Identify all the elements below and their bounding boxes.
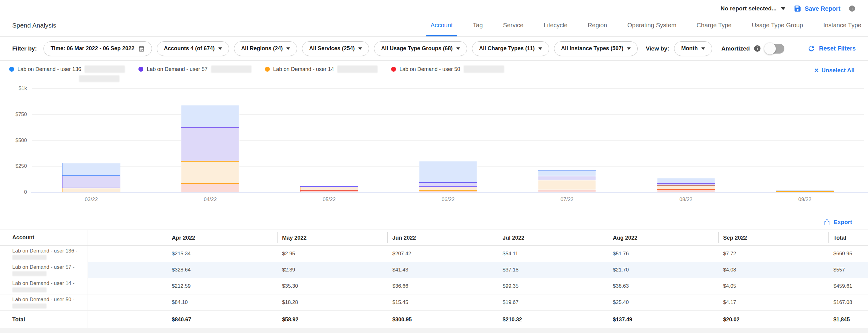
- bar-segment-lab-on-demand-user-136[interactable]: [419, 161, 477, 182]
- column-header: May 2022: [277, 230, 388, 245]
- y-axis-tick-label: 0: [2, 189, 27, 195]
- bar-segment-lab-on-demand-user-136[interactable]: [300, 186, 358, 187]
- services-filter-pill[interactable]: All Services (254): [302, 41, 369, 56]
- column-header: Jul 2022: [498, 230, 608, 245]
- table-toolbar: Export: [0, 215, 868, 230]
- legend-item[interactable]: Lab on Demand - user 136: [9, 66, 125, 82]
- bar-segment-lab-on-demand-user-136[interactable]: [62, 163, 120, 176]
- tab-service[interactable]: Service: [493, 14, 533, 36]
- bar-segment-lab-on-demand-user-14[interactable]: [300, 187, 358, 190]
- close-icon: ✕: [814, 67, 819, 74]
- tab-region[interactable]: Region: [578, 14, 617, 36]
- tab-charge-type[interactable]: Charge Type: [686, 14, 742, 36]
- bar-segment-lab-on-demand-user-14[interactable]: [181, 161, 239, 183]
- bar-segment-lab-on-demand-user-136[interactable]: [776, 190, 834, 191]
- unselect-all-label: Unselect All: [822, 67, 855, 74]
- column-header: Sep 2022: [718, 230, 829, 245]
- total-label-cell: Total: [0, 311, 88, 328]
- account-cell: Lab on Demand - user 57 -: [0, 262, 88, 278]
- bar-segment-lab-on-demand-user-57[interactable]: [657, 183, 715, 186]
- redacted-text: [85, 66, 125, 73]
- tab-operating-system[interactable]: Operating System: [617, 14, 686, 36]
- info-icon[interactable]: [753, 45, 761, 52]
- tab-instance-type[interactable]: Instance Type: [813, 14, 868, 36]
- total-value-cell: $58.92: [277, 311, 388, 328]
- spend-value-cell: $215.34: [167, 246, 277, 262]
- bar-segment-lab-on-demand-user-136[interactable]: [538, 170, 596, 176]
- amortized-toggle[interactable]: [765, 44, 784, 54]
- time-filter-pill[interactable]: Time: 06 Mar 2022 - 06 Sep 2022: [43, 41, 152, 56]
- export-label: Export: [834, 219, 852, 226]
- tab-tag[interactable]: Tag: [463, 14, 493, 36]
- bar-segment-lab-on-demand-user-57[interactable]: [181, 127, 239, 161]
- unselect-all-button[interactable]: ✕ Unselect All: [814, 67, 855, 74]
- bar-segment-lab-on-demand-user-14[interactable]: [538, 180, 596, 190]
- regions-filter-pill[interactable]: All Regions (24): [234, 41, 297, 56]
- spend-value-cell: $25.40: [608, 294, 718, 310]
- spend-table: AccountApr 2022May 2022Jun 2022Jul 2022A…: [0, 230, 868, 328]
- y-axis-tick-label: $750: [2, 111, 27, 118]
- column-header-label: Sep 2022: [718, 232, 829, 243]
- total-value-cell: $137.49: [608, 311, 718, 328]
- row-spacer: [88, 246, 167, 262]
- save-report-button[interactable]: Save Report: [794, 5, 840, 12]
- chart-legend: Lab on Demand - user 136 Lab on Demand -…: [0, 61, 868, 82]
- amortized-label: Amortized: [721, 45, 750, 52]
- legend-item[interactable]: Lab on Demand - user 14: [265, 66, 378, 73]
- bar-segment-lab-on-demand-user-14[interactable]: [657, 186, 715, 190]
- tab-account[interactable]: Account: [421, 14, 463, 36]
- total-value-cell: $300.95: [388, 311, 498, 328]
- y-axis-tick-label: $1k: [2, 86, 27, 92]
- redacted-text: [12, 255, 46, 260]
- usage-type-groups-filter-pill[interactable]: All Usage Type Groups (68): [374, 41, 467, 56]
- chart-gridline: [32, 140, 864, 141]
- page-title: Spend Analysis: [12, 22, 56, 29]
- view-by-dropdown[interactable]: Month: [674, 41, 712, 56]
- chevron-down-icon: [702, 47, 705, 50]
- chevron-down-icon: [781, 7, 785, 10]
- top-toolbar: No report selected... Save Report: [0, 0, 868, 14]
- info-icon[interactable]: [848, 5, 856, 12]
- bar-segment-lab-on-demand-user-50[interactable]: [181, 184, 239, 193]
- column-header-label: Apr 2022: [167, 232, 277, 243]
- row-spacer: [88, 278, 167, 294]
- bar-segment-lab-on-demand-user-14[interactable]: [62, 188, 120, 192]
- spend-value-cell: $35.30: [277, 278, 388, 294]
- spend-value-cell: $2.95: [277, 246, 388, 262]
- bar-segment-lab-on-demand-user-57[interactable]: [419, 182, 477, 187]
- row-spacer: [88, 262, 167, 278]
- account-name: Lab on Demand - user 14 -: [12, 280, 88, 287]
- bar-segment-lab-on-demand-user-57[interactable]: [62, 176, 120, 188]
- chevron-down-icon: [286, 47, 290, 50]
- reset-filters-button[interactable]: Reset Filters: [807, 45, 856, 53]
- toggle-knob: [764, 43, 776, 55]
- charge-types-filter-pill[interactable]: All Charge Types (11): [472, 41, 549, 56]
- export-button[interactable]: Export: [823, 219, 852, 226]
- spend-value-cell: $212.59: [167, 278, 277, 294]
- amortized-control: Amortized: [721, 44, 784, 54]
- report-selector-label: No report selected...: [721, 5, 777, 12]
- instance-types-filter-pill[interactable]: All Instance Types (507): [554, 41, 638, 56]
- report-selector-dropdown[interactable]: No report selected...: [721, 5, 786, 12]
- spend-value-cell: $2.39: [277, 262, 388, 278]
- column-header: Jun 2022: [388, 230, 498, 245]
- spend-value-cell: $167.08: [829, 294, 868, 310]
- legend-item[interactable]: Lab on Demand - user 50: [391, 66, 504, 73]
- x-axis-tick-label: 04/22: [186, 197, 235, 203]
- table-header-row: AccountApr 2022May 2022Jun 2022Jul 2022A…: [0, 230, 868, 246]
- column-header-label: Jun 2022: [388, 232, 498, 243]
- header-spacer: [88, 230, 167, 245]
- accounts-filter-pill[interactable]: Accounts 4 (of 674): [157, 41, 229, 56]
- legend-item[interactable]: Lab on Demand - user 57: [138, 66, 251, 73]
- bar-segment-lab-on-demand-user-136[interactable]: [181, 105, 239, 127]
- series-dot: [9, 67, 14, 72]
- tab-usage-type-group[interactable]: Usage Type Group: [742, 14, 813, 36]
- view-by-label: View by:: [646, 45, 669, 52]
- dimension-tabs: Account Tag Service Lifecycle Region Ope…: [421, 14, 868, 36]
- bar-segment-lab-on-demand-user-14[interactable]: [419, 187, 477, 190]
- bar-segment-lab-on-demand-user-57[interactable]: [538, 176, 596, 180]
- bar-segment-lab-on-demand-user-136[interactable]: [657, 178, 715, 183]
- tab-lifecycle[interactable]: Lifecycle: [533, 14, 578, 36]
- redacted-text: [12, 271, 46, 276]
- x-axis-line: [31, 192, 868, 193]
